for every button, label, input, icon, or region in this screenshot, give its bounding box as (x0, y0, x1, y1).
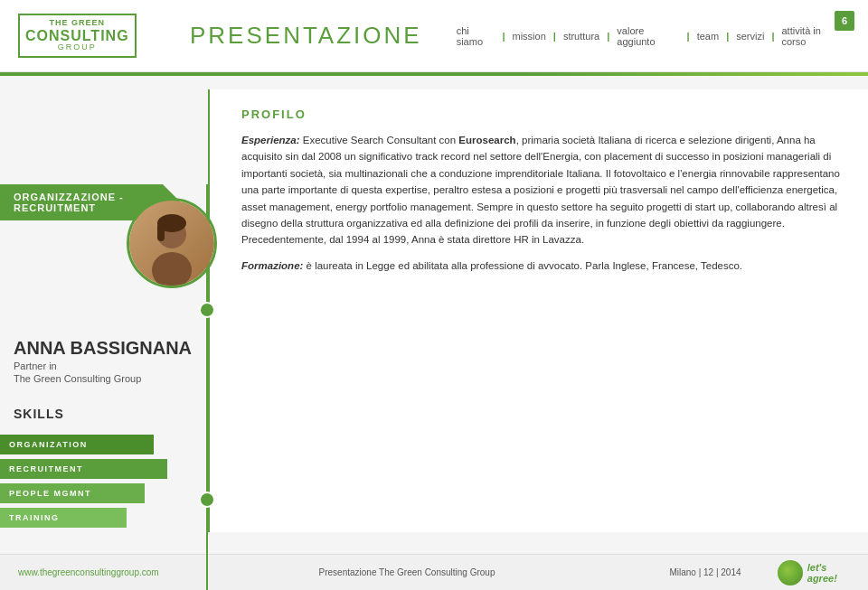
logo-the-text: THE GREEN (50, 19, 106, 28)
skill-bar-org: ORGANIZATION (0, 435, 167, 454)
skill-bar-rec: RECRUITMENT (0, 459, 167, 479)
org-banner-line2: RECRUITMENT (14, 202, 96, 213)
svg-point-1 (152, 252, 192, 288)
logo-consulting-text: CONSULTING (25, 28, 129, 44)
nav-mission[interactable]: mission (505, 31, 553, 42)
skill-rec-label: RECRUITMENT (9, 464, 83, 473)
skill-bar-peo: PEOPLE MGMNT (0, 483, 167, 503)
page-number: 6 (835, 11, 854, 31)
footer: www.thegreenconsultinggroup.com Presenta… (0, 554, 868, 590)
svg-rect-3 (157, 223, 165, 241)
dot-mid (199, 302, 215, 318)
nav-chi-siamo[interactable]: chi siamo (449, 25, 503, 47)
sidebar: ORGANIZZAZIONE - RECRUITMENT ANNA BASSIG… (0, 76, 208, 546)
profile-text: Esperienza: Executive Search Consultant … (241, 132, 845, 274)
formazione-label: Formazione: (241, 260, 303, 271)
person-company: The Green Consulting Group (0, 371, 208, 384)
skill-tra-label: TRAINING (9, 513, 60, 522)
profile-text-part1: Executive Search Consultant con (300, 135, 459, 145)
esperienza-label: Esperienza: (241, 135, 300, 145)
main-content: ORGANIZZAZIONE - RECRUITMENT ANNA BASSIG… (0, 76, 868, 546)
header-nav: chi siamo | mission | struttura | valore… (449, 25, 850, 47)
footer-logo-area: let's agree! (778, 560, 868, 585)
eurosearch-label: Eurosearch (458, 135, 515, 145)
header-title: PRESENTAZIONE (190, 22, 422, 50)
nav-struttura[interactable]: struttura (556, 31, 607, 42)
footer-date: Milano | 12 | 2014 (633, 567, 778, 577)
skill-peo-label: PEOPLE MGMNT (9, 489, 91, 498)
footer-tagline: let's agree! (807, 562, 859, 584)
org-banner-line1: ORGANIZZAZIONE - (14, 192, 124, 202)
right-content: PROFILO Esperienza: Executive Search Con… (208, 89, 868, 532)
dot-skills (199, 492, 215, 508)
profilo-label: PROFILO (241, 108, 845, 121)
nav-team[interactable]: team (690, 31, 726, 42)
formazione-text: è laureata in Legge ed abilitata alla pr… (303, 260, 742, 271)
profile-text-part2: , primaria società Italiana di ricerca e… (241, 135, 840, 245)
header: THE GREEN CONSULTING GROUP PRESENTAZIONE… (0, 0, 868, 72)
person-silhouette (136, 214, 208, 288)
profile-photo (127, 198, 217, 288)
skill-org-label: ORGANIZATION (9, 440, 88, 449)
logo-area: THE GREEN CONSULTING GROUP (18, 14, 172, 58)
footer-website[interactable]: www.thegreenconsultinggroup.com (0, 567, 181, 577)
logo-group-text: GROUP (58, 43, 97, 52)
footer-green-logo (778, 560, 803, 585)
skill-bar-tra: TRAINING (0, 508, 167, 528)
nav-servizi[interactable]: servizi (729, 31, 771, 42)
person-role: Partner in (0, 358, 208, 371)
skills-label: SKILLS (0, 384, 208, 430)
nav-valore[interactable]: valore aggiunto (609, 25, 686, 47)
footer-presentation: Presentazione The Green Consulting Group (181, 567, 633, 577)
logo-box: THE GREEN CONSULTING GROUP (18, 14, 137, 58)
